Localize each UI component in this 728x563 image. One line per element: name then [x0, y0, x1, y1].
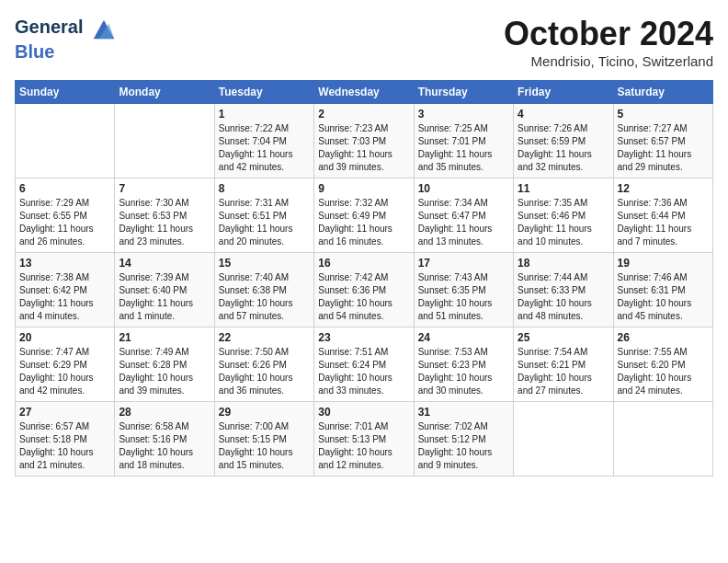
- calendar-cell: 22 Sunrise: 7:50 AM Sunset: 6:26 PM Dayl…: [214, 327, 313, 402]
- sunset-text: Sunset: 6:33 PM: [518, 285, 586, 295]
- daylight-text: Daylight: 11 hours and 20 minutes.: [219, 224, 293, 247]
- cell-content: Sunrise: 7:47 AM Sunset: 6:29 PM Dayligh…: [19, 346, 110, 397]
- daylight-text: Daylight: 10 hours and 36 minutes.: [219, 373, 293, 396]
- daylight-text: Daylight: 10 hours and 48 minutes.: [518, 298, 592, 321]
- calendar-cell: 26 Sunrise: 7:55 AM Sunset: 6:20 PM Dayl…: [613, 327, 712, 402]
- sunrise-text: Sunrise: 7:50 AM: [219, 347, 289, 357]
- sunrise-text: Sunrise: 7:23 AM: [318, 123, 388, 133]
- sunrise-text: Sunrise: 7:29 AM: [19, 198, 89, 208]
- sunset-text: Sunset: 7:04 PM: [219, 136, 287, 146]
- day-number: 20: [19, 331, 110, 344]
- day-number: 15: [219, 257, 310, 270]
- calendar-cell: 7 Sunrise: 7:30 AM Sunset: 6:53 PM Dayli…: [115, 178, 214, 253]
- daylight-text: Daylight: 11 hours and 39 minutes.: [318, 149, 392, 172]
- sunrise-text: Sunrise: 7:54 AM: [518, 347, 587, 357]
- sunset-text: Sunset: 5:18 PM: [19, 434, 87, 444]
- daylight-text: Daylight: 10 hours and 12 minutes.: [318, 447, 392, 470]
- sunrise-text: Sunrise: 7:34 AM: [418, 198, 488, 208]
- sunrise-text: Sunrise: 7:39 AM: [119, 272, 188, 282]
- cell-content: Sunrise: 7:22 AM Sunset: 7:04 PM Dayligh…: [219, 122, 310, 174]
- sunrise-text: Sunrise: 6:58 AM: [119, 421, 188, 431]
- cell-content: Sunrise: 7:26 AM Sunset: 6:59 PM Dayligh…: [518, 122, 609, 174]
- column-header-sunday: Sunday: [16, 81, 115, 104]
- calendar-cell: 5 Sunrise: 7:27 AM Sunset: 6:57 PM Dayli…: [613, 104, 712, 178]
- calendar-cell: 24 Sunrise: 7:53 AM Sunset: 6:23 PM Dayl…: [414, 327, 513, 402]
- sunrise-text: Sunrise: 7:43 AM: [418, 272, 488, 282]
- sunset-text: Sunset: 6:46 PM: [518, 211, 586, 221]
- calendar-cell: 3 Sunrise: 7:25 AM Sunset: 7:01 PM Dayli…: [414, 104, 513, 178]
- location-subtitle: Mendrisio, Ticino, Switzerland: [504, 53, 713, 69]
- day-number: 18: [518, 257, 609, 270]
- logo: General Blue: [15, 15, 118, 61]
- column-header-monday: Monday: [115, 81, 214, 104]
- day-number: 12: [618, 182, 709, 195]
- calendar-cell: 6 Sunrise: 7:29 AM Sunset: 6:55 PM Dayli…: [16, 178, 115, 253]
- sunrise-text: Sunrise: 7:38 AM: [19, 272, 89, 282]
- sunrise-text: Sunrise: 7:53 AM: [418, 347, 488, 357]
- column-header-saturday: Saturday: [613, 81, 712, 104]
- daylight-text: Daylight: 10 hours and 21 minutes.: [19, 447, 94, 470]
- sunset-text: Sunset: 6:49 PM: [318, 211, 386, 221]
- cell-content: Sunrise: 7:36 AM Sunset: 6:44 PM Dayligh…: [618, 197, 709, 248]
- daylight-text: Daylight: 10 hours and 39 minutes.: [119, 373, 193, 396]
- daylight-text: Daylight: 10 hours and 33 minutes.: [318, 373, 392, 396]
- sunrise-text: Sunrise: 7:22 AM: [219, 123, 289, 133]
- sunset-text: Sunset: 6:40 PM: [119, 285, 187, 295]
- sunrise-text: Sunrise: 7:26 AM: [518, 123, 587, 133]
- day-number: 7: [119, 182, 210, 195]
- cell-content: Sunrise: 7:27 AM Sunset: 6:57 PM Dayligh…: [618, 122, 709, 174]
- sunrise-text: Sunrise: 7:40 AM: [219, 272, 289, 282]
- cell-content: Sunrise: 7:35 AM Sunset: 6:46 PM Dayligh…: [518, 197, 609, 248]
- sunrise-text: Sunrise: 7:47 AM: [19, 347, 89, 357]
- sunrise-text: Sunrise: 7:46 AM: [618, 272, 688, 282]
- calendar-cell: 13 Sunrise: 7:38 AM Sunset: 6:42 PM Dayl…: [16, 253, 115, 327]
- daylight-text: Daylight: 11 hours and 7 minutes.: [618, 224, 692, 247]
- calendar-cell: [115, 104, 214, 178]
- daylight-text: Daylight: 10 hours and 51 minutes.: [418, 298, 493, 321]
- sunset-text: Sunset: 6:31 PM: [618, 285, 686, 295]
- calendar-cell: 8 Sunrise: 7:31 AM Sunset: 6:51 PM Dayli…: [214, 178, 313, 253]
- daylight-text: Daylight: 10 hours and 57 minutes.: [219, 298, 293, 321]
- calendar-cell: 17 Sunrise: 7:43 AM Sunset: 6:35 PM Dayl…: [414, 253, 513, 327]
- cell-content: Sunrise: 7:39 AM Sunset: 6:40 PM Dayligh…: [119, 271, 210, 323]
- cell-content: Sunrise: 7:44 AM Sunset: 6:33 PM Dayligh…: [518, 271, 609, 323]
- daylight-text: Daylight: 10 hours and 42 minutes.: [19, 373, 94, 396]
- cell-content: Sunrise: 6:57 AM Sunset: 5:18 PM Dayligh…: [19, 420, 110, 472]
- column-header-tuesday: Tuesday: [214, 81, 313, 104]
- day-number: 2: [318, 108, 409, 121]
- calendar-week-1: 1 Sunrise: 7:22 AM Sunset: 7:04 PM Dayli…: [16, 104, 713, 178]
- cell-content: Sunrise: 7:00 AM Sunset: 5:15 PM Dayligh…: [219, 420, 310, 472]
- calendar-cell: 21 Sunrise: 7:49 AM Sunset: 6:28 PM Dayl…: [115, 327, 214, 402]
- calendar-cell: 11 Sunrise: 7:35 AM Sunset: 6:46 PM Dayl…: [514, 178, 613, 253]
- sunrise-text: Sunrise: 6:57 AM: [19, 421, 89, 431]
- calendar-cell: 30 Sunrise: 7:01 AM Sunset: 5:13 PM Dayl…: [314, 402, 414, 477]
- calendar-cell: 27 Sunrise: 6:57 AM Sunset: 5:18 PM Dayl…: [16, 402, 115, 477]
- sunrise-text: Sunrise: 7:42 AM: [318, 272, 388, 282]
- sunrise-text: Sunrise: 7:30 AM: [119, 198, 188, 208]
- daylight-text: Daylight: 11 hours and 29 minutes.: [618, 149, 692, 172]
- day-number: 11: [518, 182, 609, 195]
- sunrise-text: Sunrise: 7:00 AM: [219, 421, 289, 431]
- sunset-text: Sunset: 6:28 PM: [119, 360, 187, 370]
- day-number: 10: [418, 182, 509, 195]
- day-number: 30: [318, 406, 409, 419]
- day-number: 5: [618, 108, 709, 121]
- calendar-table: SundayMondayTuesdayWednesdayThursdayFrid…: [15, 80, 713, 477]
- day-number: 25: [518, 331, 609, 344]
- sunset-text: Sunset: 7:03 PM: [318, 136, 386, 146]
- sunset-text: Sunset: 5:13 PM: [318, 434, 386, 444]
- sunset-text: Sunset: 6:21 PM: [518, 360, 586, 370]
- sunset-text: Sunset: 6:44 PM: [618, 211, 686, 221]
- logo-text: General: [15, 15, 118, 42]
- sunrise-text: Sunrise: 7:51 AM: [318, 347, 388, 357]
- sunset-text: Sunset: 6:55 PM: [19, 211, 87, 221]
- cell-content: Sunrise: 7:51 AM Sunset: 6:24 PM Dayligh…: [318, 346, 409, 397]
- cell-content: Sunrise: 7:42 AM Sunset: 6:36 PM Dayligh…: [318, 271, 409, 323]
- month-title: October 2024: [504, 15, 713, 53]
- daylight-text: Daylight: 10 hours and 27 minutes.: [518, 373, 592, 396]
- sunset-text: Sunset: 6:57 PM: [618, 136, 686, 146]
- sunset-text: Sunset: 7:01 PM: [418, 136, 486, 146]
- page-header: General Blue October 2024 Mendrisio, Tic…: [15, 15, 713, 69]
- sunset-text: Sunset: 6:29 PM: [19, 360, 87, 370]
- cell-content: Sunrise: 7:30 AM Sunset: 6:53 PM Dayligh…: [119, 197, 210, 248]
